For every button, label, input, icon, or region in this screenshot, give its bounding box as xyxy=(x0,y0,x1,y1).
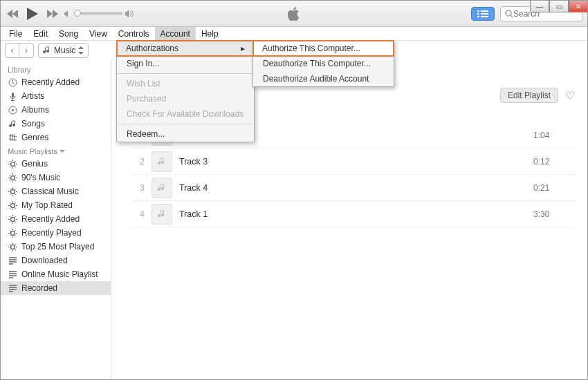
play-button[interactable] xyxy=(23,4,42,23)
menu-help[interactable]: Help xyxy=(196,27,224,40)
sidebar-item-genres[interactable]: Genres xyxy=(1,131,111,144)
media-selector[interactable]: Music xyxy=(38,43,89,58)
sidebar-item-recorded[interactable]: Recorded xyxy=(1,281,111,295)
track-number: 4 xyxy=(131,209,145,219)
menu-account[interactable]: Account xyxy=(155,27,196,40)
track-number: 2 xyxy=(131,157,145,167)
sidebar-item-label: Genius xyxy=(21,159,48,169)
window-controls: — ▭ ✕ xyxy=(530,0,588,12)
track-duration: 3:30 xyxy=(533,209,575,219)
sidebar-item-albums[interactable]: Albums xyxy=(1,103,111,117)
submenu-item-deauthorize-audible-account[interactable]: Deauthorize Audible Account xyxy=(253,71,394,86)
list-icon xyxy=(8,284,17,293)
sidebar-item-classical-music[interactable]: Classical Music xyxy=(1,184,111,198)
sidebar-item-label: Genres xyxy=(21,133,48,142)
sidebar-item-my-top-rated[interactable]: My Top Rated xyxy=(1,198,111,212)
menu-item-purchased: Purchased xyxy=(117,91,254,106)
minimize-button[interactable]: — xyxy=(530,0,549,12)
menu-item-label: Check For Available Downloads xyxy=(127,109,244,119)
media-selector-label: Music xyxy=(54,46,75,55)
list-view-button[interactable] xyxy=(471,7,495,21)
account-menu: Authorizations▸Sign In...Wish ListPurcha… xyxy=(116,40,255,142)
menubar: FileEditSongViewControlsAccountHelp xyxy=(1,27,587,41)
sidebar-head-playlists: Music Playlists xyxy=(1,144,111,157)
volume-high-icon xyxy=(125,10,134,17)
close-button[interactable]: ✕ xyxy=(569,0,588,12)
track-art xyxy=(151,178,172,198)
sidebar-item-label: Recently Added xyxy=(21,214,80,224)
menu-file[interactable]: File xyxy=(3,27,28,40)
playback-controls xyxy=(5,4,60,23)
sidebar-item-genius[interactable]: Genius xyxy=(1,157,111,171)
sidebar-item-label: Classical Music xyxy=(21,187,79,196)
sidebar-item-downloaded[interactable]: Downloaded xyxy=(1,254,111,267)
sidebar-item-recently-added[interactable]: Recently Added xyxy=(1,212,111,226)
track-title: Track 1 xyxy=(179,209,533,219)
gear-icon xyxy=(8,187,17,196)
clock-icon xyxy=(8,78,17,87)
submenu-item-authorize-this-computer[interactable]: Authorize This Computer... xyxy=(252,40,394,57)
menu-item-sign-in[interactable]: Sign In... xyxy=(117,56,254,71)
edit-playlist-button[interactable]: Edit Playlist xyxy=(500,88,558,103)
track-duration: 0:21 xyxy=(533,183,575,193)
sidebar-item-recently-added[interactable]: Recently Added xyxy=(1,75,111,89)
guitar-icon xyxy=(8,133,17,142)
menu-item-wish-list: Wish List xyxy=(117,76,254,91)
sidebar-item-songs[interactable]: Songs xyxy=(1,117,111,131)
sidebar-item-label: Recorded xyxy=(21,283,57,293)
sidebar-item-artists[interactable]: Artists xyxy=(1,89,111,103)
svg-point-5 xyxy=(12,109,14,111)
gear-icon xyxy=(8,201,17,210)
svg-point-11 xyxy=(10,231,15,235)
note-icon xyxy=(8,120,17,129)
volume-slider[interactable] xyxy=(64,10,134,17)
sidebar-head-library: Library xyxy=(1,63,111,75)
next-button[interactable] xyxy=(45,6,60,21)
menu-item-label: Authorizations xyxy=(126,44,178,53)
sidebar-item-label: Top 25 Most Played xyxy=(21,242,94,251)
maximize-button[interactable]: ▭ xyxy=(549,0,569,12)
mic-icon xyxy=(8,92,17,101)
back-button[interactable]: ‹ xyxy=(6,44,19,57)
sidebar-item-label: Recently Added xyxy=(21,77,80,87)
track-duration: 0:12 xyxy=(533,157,575,167)
sidebar-item-label: 90's Music xyxy=(21,173,60,182)
sidebar-playlists-label: Music Playlists xyxy=(8,147,57,155)
menu-item-redeem[interactable]: Redeem... xyxy=(117,126,254,142)
apple-logo-icon xyxy=(288,7,300,21)
sidebar-item-label: Artists xyxy=(21,91,44,101)
track-number: 3 xyxy=(131,183,145,193)
search-icon xyxy=(505,10,513,18)
submenu-item-deauthorize-this-computer[interactable]: Deauthorize This Computer... xyxy=(253,56,394,71)
love-button[interactable]: ♡ xyxy=(565,89,575,102)
svg-point-6 xyxy=(10,162,15,166)
sidebar-item-90-s-music[interactable]: 90's Music xyxy=(1,171,111,184)
menu-song[interactable]: Song xyxy=(53,27,84,40)
sidebar-item-top-25-most-played[interactable]: Top 25 Most Played xyxy=(1,240,111,254)
track-row[interactable]: 4Track 13:30 xyxy=(131,201,575,227)
svg-point-12 xyxy=(10,245,15,249)
track-row[interactable]: 2Track 30:12 xyxy=(131,149,575,175)
forward-button[interactable]: › xyxy=(19,44,33,57)
track-title: Track 3 xyxy=(179,157,533,167)
track-art xyxy=(151,204,172,225)
menu-controls[interactable]: Controls xyxy=(113,27,155,40)
list-icon xyxy=(8,256,17,265)
sidebar-item-online-music-playlist[interactable]: Online Music Playlist xyxy=(1,267,111,281)
menu-view[interactable]: View xyxy=(84,27,113,40)
menu-item-label: Sign In... xyxy=(127,59,159,68)
svg-point-8 xyxy=(10,189,15,193)
sidebar-item-label: Online Music Playlist xyxy=(21,269,98,279)
gear-icon xyxy=(8,229,17,238)
menu-item-label: Wish List xyxy=(127,79,160,88)
gear-icon xyxy=(8,215,17,224)
sidebar: Library Recently AddedArtistsAlbumsSongs… xyxy=(1,60,111,380)
menu-item-label: Redeem... xyxy=(127,129,165,139)
track-row[interactable]: 3Track 40:21 xyxy=(131,175,575,201)
svg-rect-3 xyxy=(12,93,14,97)
menu-item-authorizations[interactable]: Authorizations▸ xyxy=(116,40,255,57)
prev-button[interactable] xyxy=(5,6,20,21)
menu-edit[interactable]: Edit xyxy=(28,27,53,40)
sidebar-item-recently-played[interactable]: Recently Played xyxy=(1,226,111,240)
chevron-down-icon[interactable] xyxy=(59,149,65,154)
